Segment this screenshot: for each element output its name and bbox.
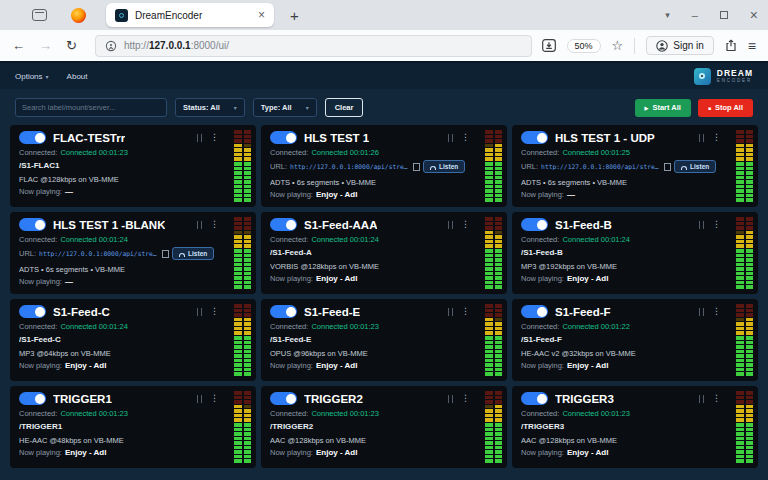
about-link[interactable]: About: [67, 72, 88, 81]
kebab-menu-icon[interactable]: ⋮: [461, 394, 470, 403]
stream-toggle[interactable]: [521, 305, 548, 318]
stream-card: TRIGGER2 ⋮ Connected: Connected 00:01:23…: [261, 386, 507, 468]
browser-tab-strip: DreamEncoder × + ▾ – ×: [0, 0, 768, 30]
stream-toggle[interactable]: [270, 392, 297, 405]
back-button[interactable]: ←: [12, 38, 25, 53]
now-playing-label: Now playing:: [521, 448, 564, 457]
maximize-button[interactable]: [720, 11, 728, 19]
now-playing-label: Now playing:: [19, 187, 62, 196]
kebab-menu-icon[interactable]: ⋮: [210, 394, 219, 403]
codec-info: ADTS • 6s segments • VB-MME: [19, 265, 247, 274]
stream-card: S1-Feed-C ⋮ Connected: Connected 00:01:2…: [10, 299, 256, 381]
forward-button[interactable]: →: [39, 38, 52, 53]
start-all-button[interactable]: ▶Start All: [635, 99, 691, 117]
headphones-icon: [179, 253, 185, 257]
downloads-icon[interactable]: [542, 39, 556, 52]
reload-button[interactable]: ↻: [66, 38, 77, 53]
stream-toggle[interactable]: [521, 131, 548, 144]
cards-grid: FLAC-TESTrr ⋮ Connected: Connected 00:01…: [0, 125, 768, 468]
site-info-icon[interactable]: [105, 40, 117, 52]
address-bar[interactable]: http://127.0.0.1:8000/ui/: [95, 35, 532, 57]
stream-card: S1-Feed-E ⋮ Connected: Connected 00:01:2…: [261, 299, 507, 381]
drag-handle-icon[interactable]: [448, 308, 453, 316]
status-label: Connected:: [270, 409, 308, 418]
drag-handle-icon[interactable]: [197, 308, 202, 316]
options-menu[interactable]: Options▾: [15, 72, 49, 81]
status-label: Connected:: [19, 235, 57, 244]
status-value: Connected 00:01:23: [311, 322, 379, 331]
drag-handle-icon[interactable]: [448, 395, 453, 403]
filter-bar: Status: All▾ Type: All▾ Clear ▶Start All…: [0, 89, 768, 125]
tab-title: DreamEncoder: [135, 10, 251, 21]
stream-toggle[interactable]: [270, 305, 297, 318]
status-line: Connected: Connected 00:01:23: [19, 148, 247, 157]
stream-toggle[interactable]: [521, 218, 548, 231]
bookmark-star-icon[interactable]: ☆: [612, 38, 624, 53]
copy-icon[interactable]: [162, 250, 169, 258]
kebab-menu-icon[interactable]: ⋮: [210, 307, 219, 316]
now-playing-label: Now playing:: [521, 190, 564, 199]
now-playing-label: Now playing:: [521, 274, 564, 283]
vu-meter: [234, 217, 251, 289]
vu-meter: [736, 304, 753, 376]
now-playing-line: Now playing: Enjoy - Adl: [270, 274, 498, 283]
zoom-level-badge[interactable]: 50%: [567, 39, 601, 53]
stream-url[interactable]: http://127.0.0.1:8000/api/streams/8/hls/…: [290, 163, 410, 170]
drag-handle-icon[interactable]: [448, 221, 453, 229]
kebab-menu-icon[interactable]: ⋮: [712, 307, 721, 316]
kebab-menu-icon[interactable]: ⋮: [461, 307, 470, 316]
close-window-button[interactable]: ×: [750, 8, 758, 22]
stream-toggle[interactable]: [19, 392, 46, 405]
drag-handle-icon[interactable]: [699, 134, 704, 142]
kebab-menu-icon[interactable]: ⋮: [712, 220, 721, 229]
new-tab-button[interactable]: +: [290, 8, 299, 23]
now-playing-label: Now playing:: [270, 448, 313, 457]
type-filter-select[interactable]: Type: All▾: [253, 98, 317, 117]
tab-close-icon[interactable]: ×: [258, 9, 265, 21]
stream-url[interactable]: http://127.0.0.1:8000/api/streams/11/hls…: [39, 250, 159, 257]
kebab-menu-icon[interactable]: ⋮: [461, 220, 470, 229]
mount-path: /TRIGGER2: [270, 422, 498, 431]
firefox-view-icon[interactable]: [32, 9, 47, 21]
tab-list-chevron-icon[interactable]: ▾: [665, 10, 670, 20]
copy-icon[interactable]: [413, 163, 420, 171]
stream-toggle[interactable]: [270, 131, 297, 144]
clear-filters-button[interactable]: Clear: [325, 98, 364, 117]
stream-toggle[interactable]: [19, 218, 46, 231]
now-playing-value: Enjoy - Adl: [567, 274, 608, 283]
stream-toggle[interactable]: [19, 305, 46, 318]
kebab-menu-icon[interactable]: ⋮: [461, 133, 470, 142]
status-label: Connected:: [19, 409, 57, 418]
firefox-logo-icon[interactable]: [71, 8, 86, 23]
drag-handle-icon[interactable]: [197, 221, 202, 229]
drag-handle-icon[interactable]: [699, 221, 704, 229]
stream-url[interactable]: http://127.0.0.1:8000/api/streams/9/hls/…: [541, 163, 661, 170]
drag-handle-icon[interactable]: [699, 395, 704, 403]
stream-toggle[interactable]: [270, 218, 297, 231]
menu-icon[interactable]: ≡: [748, 38, 756, 54]
stop-all-button[interactable]: ■Stop All: [698, 99, 753, 117]
search-input[interactable]: [15, 98, 167, 117]
status-filter-select[interactable]: Status: All▾: [175, 98, 245, 117]
drag-handle-icon[interactable]: [197, 134, 202, 142]
minimize-button[interactable]: –: [692, 9, 698, 21]
browser-tab[interactable]: DreamEncoder ×: [106, 3, 274, 27]
kebab-menu-icon[interactable]: ⋮: [712, 133, 721, 142]
drag-handle-icon[interactable]: [448, 134, 453, 142]
kebab-menu-icon[interactable]: ⋮: [210, 133, 219, 142]
mount-path: /S1-Feed-F: [521, 335, 749, 344]
copy-icon[interactable]: [664, 163, 671, 171]
kebab-menu-icon[interactable]: ⋮: [210, 220, 219, 229]
kebab-menu-icon[interactable]: ⋮: [712, 394, 721, 403]
drag-handle-icon[interactable]: [699, 308, 704, 316]
listen-button[interactable]: Listen: [423, 160, 465, 173]
sign-in-button[interactable]: Sign in: [646, 36, 714, 55]
stream-toggle[interactable]: [19, 131, 46, 144]
drag-handle-icon[interactable]: [197, 395, 202, 403]
stop-icon: ■: [708, 105, 711, 111]
listen-button[interactable]: Listen: [674, 160, 716, 173]
share-icon[interactable]: [725, 39, 737, 52]
now-playing-line: Now playing: —: [521, 190, 749, 199]
listen-button[interactable]: Listen: [172, 247, 214, 260]
stream-toggle[interactable]: [521, 392, 548, 405]
